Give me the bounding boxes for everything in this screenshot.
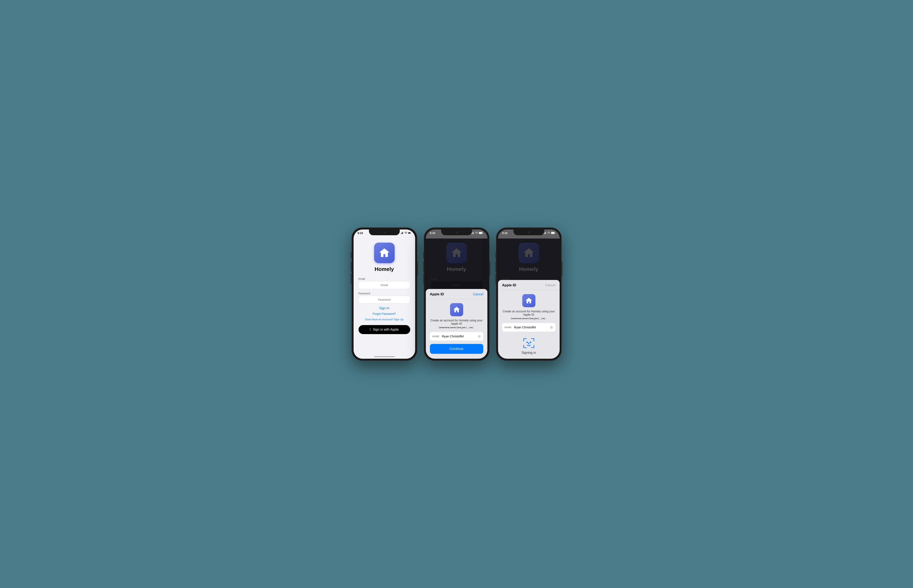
phone-1: 9:10 Ho xyxy=(351,228,417,361)
phone-screen-3: 9:10 Homely Email Email Password xyxy=(498,229,560,359)
svg-rect-8 xyxy=(471,233,472,234)
signup-link-1[interactable]: Dont Have An Account? Sign Up xyxy=(365,318,403,321)
svg-point-21 xyxy=(530,342,531,343)
phone-screen-1: 9:10 Ho xyxy=(354,229,415,359)
svg-point-20 xyxy=(527,342,528,343)
face-id-container: Signing in xyxy=(521,335,536,355)
phone-frame-2: 9:10 Homely Email Email Password xyxy=(424,228,489,361)
sheet-body-3: Create an account for Homely using your … xyxy=(498,290,560,355)
svg-rect-16 xyxy=(545,232,545,234)
svg-rect-6 xyxy=(383,254,384,257)
svg-rect-15 xyxy=(544,233,545,234)
name-row-3: NAME Ryan Christoffel ⊗ xyxy=(502,323,555,332)
svg-rect-17 xyxy=(546,232,546,234)
email-label-1: Email xyxy=(358,277,365,280)
wifi-icon-2 xyxy=(475,231,478,234)
phone-3: 9:10 Homely Email Email Password xyxy=(496,228,562,361)
login-screen: Homely Email Password Sign In Forgot Pas… xyxy=(354,239,415,359)
apple-sign-in-label-1: Sign in with Apple xyxy=(373,328,399,331)
svg-rect-7 xyxy=(385,254,386,257)
sheet-email-3: b●●●●●●a●●●k8●●g●●l.c●m. xyxy=(511,317,547,320)
app-icon-1 xyxy=(374,242,395,263)
svg-rect-14 xyxy=(544,233,544,234)
name-value-2[interactable]: Ryan Christoffel xyxy=(442,334,478,338)
house-icon-1 xyxy=(378,247,390,259)
phone-frame-3: 9:10 Homely Email Email Password xyxy=(496,228,562,361)
signal-icon xyxy=(401,231,404,234)
svg-rect-3 xyxy=(403,232,403,234)
status-icons-2 xyxy=(471,231,483,234)
name-value-3: Ryan Christoffel xyxy=(514,325,550,329)
status-time-1: 9:10 xyxy=(358,231,363,234)
volume-up-button xyxy=(351,261,351,271)
name-clear-icon-3: ⊗ xyxy=(550,325,553,330)
password-input-1[interactable] xyxy=(358,296,410,304)
name-row-2: NAME Ryan Christoffel ⊗ xyxy=(430,332,483,341)
face-id-icon xyxy=(523,337,535,349)
notch-2 xyxy=(441,229,472,235)
status-icons-3 xyxy=(544,231,555,234)
volume-down-button xyxy=(351,274,351,284)
volume-down-button-2 xyxy=(423,274,424,284)
battery-icon-2 xyxy=(479,232,483,234)
svg-rect-2 xyxy=(402,232,402,234)
sheet-cancel-button-3: Cancel xyxy=(545,283,555,287)
house-icon-sheet-3 xyxy=(525,297,533,305)
notch-3 xyxy=(513,229,544,235)
apple-logo-icon:  xyxy=(370,328,371,331)
phone-screen-2: 9:10 Homely Email Email Password xyxy=(426,229,487,359)
apple-sign-in-button-1[interactable]:  Sign in with Apple xyxy=(358,325,410,334)
house-icon-sheet-2 xyxy=(453,306,460,313)
power-button xyxy=(417,261,418,276)
notch-1 xyxy=(369,229,400,235)
camera-dot-2 xyxy=(456,231,458,233)
forgot-password-link-1[interactable]: Forgot Password? xyxy=(373,312,396,315)
svg-rect-1 xyxy=(401,233,402,234)
sign-in-link-1[interactable]: Sign In xyxy=(379,306,390,310)
password-label-1: Password xyxy=(358,292,370,295)
svg-rect-5 xyxy=(408,233,410,233)
volume-up-button-3 xyxy=(495,261,496,271)
svg-rect-10 xyxy=(473,232,473,234)
wifi-icon xyxy=(405,231,407,234)
sheet-title-3: Apple ID xyxy=(502,283,516,288)
battery-icon-3 xyxy=(551,232,555,234)
home-indicator-1 xyxy=(374,356,395,357)
svg-rect-19 xyxy=(551,232,554,234)
svg-rect-0 xyxy=(401,233,401,234)
camera-dot xyxy=(383,231,385,233)
svg-rect-13 xyxy=(479,232,482,234)
sheet-app-icon-2 xyxy=(450,303,463,316)
status-time-2: 9:10 xyxy=(430,231,435,234)
svg-rect-9 xyxy=(472,233,473,234)
status-time-3: 9:10 xyxy=(502,231,507,234)
status-icons-1 xyxy=(401,231,411,234)
power-button-2 xyxy=(489,261,490,276)
phone-frame-1: 9:10 Ho xyxy=(351,228,417,361)
sheet-body-2: Create an account for Homely using your … xyxy=(426,299,487,354)
power-button-3 xyxy=(562,261,562,276)
name-label-2: NAME xyxy=(432,335,439,338)
sheet-cancel-button-2[interactable]: Cancel xyxy=(473,292,483,296)
face-id-label: Signing in xyxy=(521,351,536,355)
sheet-header-3: Apple ID Cancel xyxy=(498,280,560,290)
app-title-1: Homely xyxy=(375,266,394,272)
battery-icon xyxy=(408,231,411,234)
volume-up-button-2 xyxy=(423,261,424,271)
name-label-3: NAME xyxy=(505,326,512,329)
continue-button-2[interactable]: Continue xyxy=(430,344,483,354)
camera-dot-3 xyxy=(528,231,530,233)
email-input-1[interactable] xyxy=(358,281,410,289)
volume-down-button-3 xyxy=(495,274,496,284)
sheet-email-2: b●●●●●●a●●●k8●●g●●l.c●m. xyxy=(439,326,474,329)
sheet-header-2: Apple ID Cancel xyxy=(426,289,487,299)
svg-rect-11 xyxy=(473,232,474,234)
sheet-description-3: Create an account for Homely using your … xyxy=(502,310,555,316)
phone-2: 9:10 Homely Email Email Password xyxy=(424,228,489,361)
apple-id-sheet-2: Apple ID Cancel Create an account for Ho… xyxy=(426,289,487,359)
sheet-app-icon-3 xyxy=(522,294,536,307)
apple-id-sheet-3: Apple ID Cancel Create an account for Ho… xyxy=(498,280,560,359)
name-clear-icon-2[interactable]: ⊗ xyxy=(478,334,481,339)
wifi-icon-3 xyxy=(547,231,550,234)
sheet-title-2: Apple ID xyxy=(430,292,444,296)
